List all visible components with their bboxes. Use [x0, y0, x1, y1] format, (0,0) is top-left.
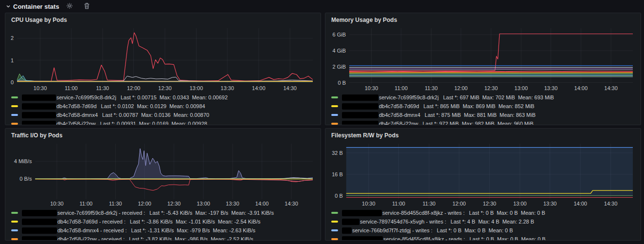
svg-text:2: 2: [11, 35, 14, 41]
legend-series-stats: Last *: -1.31 KiB/s Max: -979 B/s Mean: …: [131, 226, 255, 235]
cpu-usage-legend: service-7c699f59c8-drk2jLast *: 0.00715 …: [5, 92, 321, 125]
series-color-marker: [331, 238, 338, 240]
panel-title[interactable]: Memory Usage by Pods: [325, 13, 641, 24]
series-color-marker: [11, 212, 18, 214]
legend-item[interactable]: db4c7d58-dmnx4 - received :Last *: -1.31…: [11, 226, 315, 235]
legend-item[interactable]: db4c7d58-j22nwLast *: 0.00931 Max: 0.016…: [11, 119, 315, 125]
panel-filesystem-rw-by-pods: Filesystem R/W by Pods 10:3011:0011:3012…: [325, 128, 641, 241]
redacted-text: [22, 112, 56, 118]
svg-text:14:00: 14:00: [252, 85, 266, 91]
svg-text:13:00: 13:00: [190, 85, 203, 91]
cpu-usage-chart[interactable]: 10:3011:0011:3012:0012:3013:0013:3014:00…: [7, 25, 317, 92]
svg-text:32 B: 32 B: [332, 150, 343, 156]
svg-text:12:00: 12:00: [452, 201, 466, 206]
legend-series-name: service-85d455cd8f-x8jkz - writes :: [382, 208, 465, 217]
svg-text:13:30: 13:30: [226, 201, 239, 206]
redacted-text: [22, 227, 57, 234]
redacted-text: [342, 121, 378, 125]
legend-item[interactable]: service-85d455cd8f-x8jkz - writes :Last …: [331, 208, 635, 217]
svg-text:14:30: 14:30: [283, 85, 297, 91]
svg-text:12:30: 12:30: [167, 201, 181, 206]
svg-text:16 B: 16 B: [332, 171, 343, 177]
traffic-io-chart[interactable]: 10:3011:0011:3012:0012:3013:0013:3014:00…: [7, 141, 317, 207]
svg-text:2 GiB: 2 GiB: [332, 64, 346, 70]
gear-icon: [66, 2, 73, 11]
svg-text:11:00: 11:00: [394, 85, 408, 91]
panel-cpu-usage-by-pods: CPU Usage by Pods 10:3011:0011:3012:0012…: [5, 13, 321, 125]
series-color-marker: [331, 105, 338, 107]
memory-usage-chart[interactable]: 10:3011:0011:3012:0012:3013:0013:3014:00…: [327, 25, 637, 92]
svg-text:11:30: 11:30: [109, 201, 122, 206]
redacted-text: [342, 94, 378, 101]
series-color-marker: [11, 105, 18, 107]
series-color-marker: [331, 212, 338, 214]
legend-series-stats: Last *: 0.00931 Max: 0.0169 Mean: 0.0092…: [100, 119, 207, 125]
legend-item[interactable]: db4c7d58-7d69d - received :Last *: -3.86…: [11, 217, 315, 226]
panel-title[interactable]: CPU Usage by Pods: [5, 13, 321, 24]
legend-series-stats: Last *: 697 MiB Max: 702 MiB Mean: 693 M…: [443, 93, 554, 102]
legend-item[interactable]: service-7c699f59c8-drk2jLast *: 0.00715 …: [11, 93, 315, 102]
svg-text:14:30: 14:30: [604, 85, 618, 91]
redacted-text: [342, 103, 378, 110]
legend-series-name: service-7897454d76-x5vgh - writes :: [360, 217, 446, 226]
legend-series-stats: Last *: 0 B Max: 0 B Mean: 0 B: [437, 226, 513, 235]
row-delete-button[interactable]: [80, 2, 94, 11]
panel-traffic-io-by-pods: Traffic I/O by Pods 10:3011:0011:3012:00…: [5, 128, 321, 241]
legend-series-stats: Last *: 0.0102 Max: 0.0129 Mean: 0.00984: [101, 102, 205, 111]
legend-item[interactable]: db4c7d58-7d69dLast *: 865 MiB Max: 869 M…: [331, 102, 635, 111]
trash-icon: [84, 2, 90, 11]
legend-series-stats: Last *: 972 MiB Max: 982 MiB Mean: 960 M…: [423, 119, 534, 125]
svg-text:13:30: 13:30: [544, 85, 558, 91]
svg-text:11:00: 11:00: [79, 201, 92, 206]
svg-text:14:00: 14:00: [573, 201, 587, 206]
series-color-marker: [331, 123, 338, 125]
legend-item[interactable]: service-7c699f59c8-drk2j - received :Las…: [11, 208, 315, 217]
series-color-marker: [11, 123, 18, 125]
svg-text:14:00: 14:00: [255, 201, 269, 206]
row-title: Container stats: [13, 3, 59, 10]
legend-item[interactable]: service-85d455cd8f-x8jkz - reads :Last *…: [331, 235, 635, 240]
svg-text:0: 0: [11, 79, 14, 85]
memory-usage-legend: service-7c699f59c8-drk2jLast *: 697 MiB …: [325, 92, 641, 125]
series-color-marker: [331, 96, 338, 98]
redacted-text: [22, 121, 56, 125]
legend-item[interactable]: service-7c699f59c8-drk2jLast *: 697 MiB …: [331, 93, 635, 102]
svg-text:10:30: 10:30: [34, 85, 47, 91]
legend-series-name: service-7c699f59c8-drk2j - received :: [57, 208, 145, 217]
svg-text:4 GiB: 4 GiB: [332, 48, 346, 54]
legend-item[interactable]: db4c7d58-j22nw - received :Last *: -3.82…: [11, 235, 315, 240]
panel-memory-usage-by-pods: Memory Usage by Pods 10:3011:0011:3012:0…: [325, 13, 641, 125]
legend-item[interactable]: db4c7d58-7d69dLast *: 0.0102 Max: 0.0129…: [11, 102, 315, 111]
filesystem-rw-chart[interactable]: 10:3011:0011:3012:0012:3013:0013:3014:00…: [327, 141, 637, 207]
redacted-text: [342, 112, 378, 118]
legend-item[interactable]: db4c7d58-j22nwLast *: 972 MiB Max: 982 M…: [331, 119, 635, 125]
legend-series-stats: Last *: -3.82 KiB/s Max: -986 B/s Mean: …: [129, 235, 253, 240]
legend-item[interactable]: service-7897454d76-x5vgh - writes :Last …: [331, 217, 635, 226]
legend-series-stats: Last *: 0.00787 Max: 0.0136 Mean: 0.0087…: [102, 111, 209, 119]
legend-series-stats: Last *: -5.43 KiB/s Max: -197 B/s Mean: …: [149, 208, 274, 217]
panel-title[interactable]: Filesystem R/W by Pods: [325, 129, 641, 140]
svg-text:0 B/s: 0 B/s: [19, 176, 32, 182]
row-collapse-toggle[interactable]: Container stats: [6, 3, 59, 10]
legend-series-name: db4c7d58-7d69d: [56, 102, 97, 111]
legend-series-name: service-85d455cd8f-x8jkz - reads :: [383, 235, 465, 240]
panel-title[interactable]: Traffic I/O by Pods: [5, 129, 321, 140]
svg-text:12:00: 12:00: [138, 201, 151, 206]
panel-grid: CPU Usage by Pods 10:3011:0011:3012:0012…: [5, 13, 641, 241]
legend-item[interactable]: db4c7d58-dmnx4Last *: 875 MiB Max: 881 M…: [331, 111, 635, 119]
legend-series-name: db4c7d58-dmnx4 - received :: [57, 226, 126, 235]
svg-text:11:30: 11:30: [425, 85, 438, 91]
series-color-marker: [331, 221, 338, 223]
row-settings-button[interactable]: [62, 2, 77, 11]
legend-item[interactable]: service-766b9d7f7f-ztdgj - writes :Last …: [331, 226, 635, 235]
legend-item[interactable]: db4c7d58-dmnx4Last *: 0.00787 Max: 0.013…: [11, 111, 315, 119]
series-color-marker: [11, 221, 18, 223]
redacted-text: [342, 227, 352, 234]
legend-series-stats: Last *: 865 MiB Max: 869 MiB Mean: 852 M…: [424, 102, 535, 111]
legend-series-name: service-766b9d7f7f-ztdgj - writes :: [352, 226, 432, 235]
svg-text:11:30: 11:30: [423, 201, 436, 206]
legend-series-name: db4c7d58-7d69d - received :: [57, 217, 125, 226]
svg-text:14:30: 14:30: [285, 201, 298, 206]
traffic-io-legend: service-7c699f59c8-drk2j - received :Las…: [5, 207, 321, 240]
legend-series-name: db4c7d58-j22nw - received :: [57, 235, 125, 240]
